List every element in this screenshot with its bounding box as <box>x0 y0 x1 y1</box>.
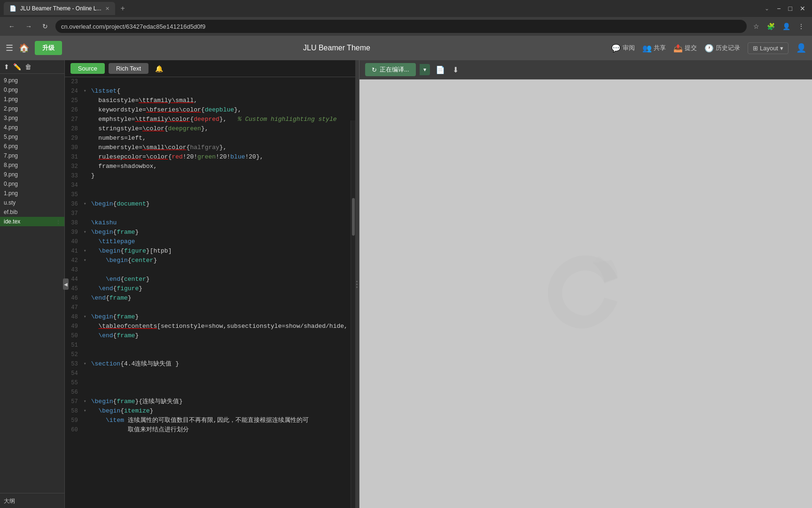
download-pdf-button[interactable]: ⬇ <box>451 64 461 76</box>
file-menu-button[interactable]: ⋮ <box>56 219 61 224</box>
splitter-dot <box>356 281 358 282</box>
code-line: 54 <box>65 369 355 378</box>
save-pdf-button[interactable]: 📄 <box>434 64 447 76</box>
minimize-button[interactable]: − <box>774 5 783 12</box>
preview-panel: ↻ 正在编译... ▾ 📄 ⬇ <box>359 60 812 508</box>
reload-button[interactable]: ↻ <box>39 21 51 32</box>
forward-button[interactable]: → <box>23 21 35 32</box>
file-item[interactable]: 9.png <box>0 170 64 179</box>
sidebar-toolbar: ⬆ ✏️ 🗑 <box>0 60 64 74</box>
submit-action[interactable]: 📤 提交 <box>673 44 697 53</box>
code-line: 42 ▾ \begin{center} <box>65 256 355 265</box>
maximize-button[interactable]: □ <box>786 5 795 12</box>
review-action[interactable]: 💬 审阅 <box>611 44 635 53</box>
file-item[interactable]: 0.png <box>0 85 64 95</box>
code-line: 34 <box>65 181 355 190</box>
delete-button[interactable]: 🗑 <box>25 63 31 71</box>
code-line: 27 emphstyle=\ttfamily\color{deepred}, %… <box>65 115 355 124</box>
code-line: 32 frame=shadowbox, <box>65 162 355 171</box>
code-editor[interactable]: 23 24 ▾ \lstset{ 25 basicstyle=\ttfamily… <box>65 77 355 508</box>
file-item[interactable]: 1.png <box>0 95 64 104</box>
code-line: 23 <box>65 77 355 87</box>
overleaf-logo <box>539 246 632 342</box>
preview-toolbar: ↻ 正在编译... ▾ 📄 ⬇ <box>359 60 812 79</box>
file-sidebar: ⬆ ✏️ 🗑 9.png 0.png 1.png 2.png 3.png 4.p… <box>0 60 65 508</box>
panel-splitter[interactable]: ▶ <box>355 60 359 508</box>
editor-scrollbar[interactable] <box>351 120 355 508</box>
upload-button[interactable]: ⬆ <box>4 63 9 71</box>
share-action[interactable]: 👥 共享 <box>642 44 666 53</box>
edit-button[interactable]: ✏️ <box>13 63 21 71</box>
code-line: 50 \end{frame} <box>65 331 355 341</box>
layout-label: Layout <box>760 45 778 52</box>
new-tab-button[interactable]: + <box>117 4 129 13</box>
compile-label: 正在编译... <box>380 65 409 74</box>
upgrade-button[interactable]: 升级 <box>35 41 62 55</box>
collapse-left-button[interactable]: ◀ <box>63 278 69 290</box>
collapse-left-icon: ◀ <box>64 282 68 287</box>
menu-icon[interactable]: ☰ <box>6 43 13 53</box>
file-item[interactable]: 5.png <box>0 132 64 142</box>
code-line: 24 ▾ \lstset{ <box>65 87 355 96</box>
file-item[interactable]: 7.png <box>0 151 64 160</box>
layout-button[interactable]: ⊞ Layout ▾ <box>748 42 789 54</box>
tab-favicon: 📄 <box>9 5 16 12</box>
code-line: 55 <box>65 378 355 388</box>
file-item[interactable]: 2.png <box>0 104 64 113</box>
file-item[interactable]: 1.png <box>0 189 64 198</box>
tab-overflow-button[interactable]: ⌄ <box>762 5 772 12</box>
layout-chevron-icon: ▾ <box>780 45 783 52</box>
file-item[interactable]: u.sty <box>0 198 64 207</box>
profile-button[interactable]: 👤 <box>781 21 792 32</box>
editor-area: Source Rich Text 🔔 23 24 ▾ \lstset{ <box>65 60 355 508</box>
header-actions: 💬 审阅 👥 共享 📤 提交 🕐 历史记录 ⊞ Layout ▾ 👤 <box>611 42 806 54</box>
outline-button[interactable]: 大纲 <box>4 498 15 504</box>
code-line: 35 <box>65 190 355 199</box>
code-line: 58 ▾ \begin{itemize} <box>65 406 355 416</box>
code-line: 31 rulesepcolor=\color{red!20!green!20!b… <box>65 152 355 162</box>
tab-rich-text[interactable]: Rich Text <box>109 63 148 74</box>
code-line: 44 \end{center} <box>65 275 355 284</box>
layout-icon: ⊞ <box>753 45 758 52</box>
browser-chrome: 📄 JLU Beamer Theme - Online L... ✕ + ⌄ −… <box>0 0 812 36</box>
review-icon: 💬 <box>611 44 621 53</box>
code-line: 45 \end{figure} <box>65 284 355 294</box>
tab-close-button[interactable]: ✕ <box>105 6 109 12</box>
history-action[interactable]: 🕐 历史记录 <box>704 44 740 53</box>
compile-dropdown-button[interactable]: ▾ <box>420 64 430 75</box>
url-input[interactable] <box>55 20 747 33</box>
file-item[interactable]: 0.png <box>0 179 64 189</box>
user-avatar[interactable]: 👤 <box>796 43 806 53</box>
code-line: 49 \tableofcontents[sectionstyle=show,su… <box>65 322 355 331</box>
file-item[interactable]: 4.png <box>0 123 64 132</box>
back-button[interactable]: ← <box>6 21 18 32</box>
code-line: 30 numberstyle=\small\color{halfgray}, <box>65 143 355 152</box>
file-item-active[interactable]: ide.tex ⋮ <box>0 217 64 226</box>
file-item[interactable]: 9.png <box>0 76 64 85</box>
code-line: 53 ▾ \section{4.4连续与缺失值 } <box>65 359 355 369</box>
file-item[interactable]: ef.bib <box>0 207 64 217</box>
scrollbar-thumb[interactable] <box>352 198 355 236</box>
tab-bar: 📄 JLU Beamer Theme - Online L... ✕ + ⌄ −… <box>0 0 812 17</box>
code-line: 46 \end{frame} <box>65 294 355 303</box>
home-button[interactable]: 🏠 <box>19 43 29 53</box>
extensions-button[interactable]: 🧩 <box>765 21 777 32</box>
code-line: 38 \kaishu <box>65 218 355 228</box>
settings-button[interactable]: ⋮ <box>796 21 806 32</box>
share-label: 共享 <box>654 44 666 52</box>
code-line: 36 ▾ \begin{document} <box>65 199 355 209</box>
editor-toolbar: Source Rich Text 🔔 <box>65 60 355 77</box>
close-button[interactable]: ✕ <box>797 5 808 12</box>
bookmark-button[interactable]: ☆ <box>751 21 761 32</box>
tab-source[interactable]: Source <box>70 63 105 74</box>
code-line: 25 basicstyle=\ttfamily\small, <box>65 96 355 105</box>
file-item[interactable]: 6.png <box>0 142 64 151</box>
code-line: 39 ▾ \begin{frame} <box>65 228 355 237</box>
compile-button[interactable]: ↻ 正在编译... <box>365 63 416 76</box>
spell-check-icon[interactable]: 🔔 <box>152 64 166 73</box>
file-item[interactable]: 8.png <box>0 160 64 170</box>
code-line: 48 ▾ \begin{frame} <box>65 312 355 322</box>
active-tab[interactable]: 📄 JLU Beamer Theme - Online L... ✕ <box>4 2 115 15</box>
file-item[interactable]: 3.png <box>0 113 64 123</box>
code-line: 57 ▾ \begin{frame}{连续与缺失值} <box>65 397 355 406</box>
